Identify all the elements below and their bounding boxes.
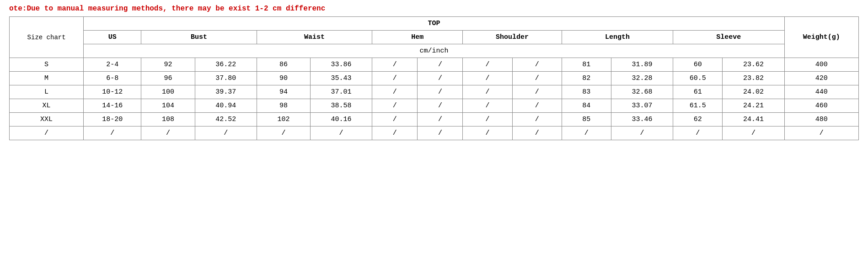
table-cell: / [10, 126, 84, 140]
table-cell: / [463, 126, 512, 140]
table-cell: 40.94 [195, 99, 257, 113]
bust-header: Bust [141, 31, 257, 44]
table-cell: / [611, 126, 673, 140]
table-cell: / [141, 126, 195, 140]
table-cell: / [372, 126, 418, 140]
table-cell: 62 [673, 113, 723, 126]
table-cell: / [84, 126, 141, 140]
table-cell: 440 [784, 85, 858, 99]
table-cell: / [195, 126, 257, 140]
table-cell: 24.41 [723, 113, 784, 126]
table-cell: 2-4 [84, 58, 141, 72]
table-cell: 18-20 [84, 113, 141, 126]
table-cell: / [512, 85, 562, 99]
table-cell: 81 [562, 58, 611, 72]
table-cell: / [372, 72, 418, 85]
table-cell: 94 [257, 85, 310, 99]
table-cell: 40.16 [310, 113, 372, 126]
table-cell: L [10, 85, 84, 99]
table-cell: 85 [562, 113, 611, 126]
table-cell: / [512, 126, 562, 140]
weight-header: Weight(g) [784, 17, 858, 58]
table-cell: / [372, 99, 418, 113]
table-cell: 14-16 [84, 99, 141, 113]
table-cell: 84 [562, 99, 611, 113]
table-cell: 24.02 [723, 85, 784, 99]
hem-header: Hem [372, 31, 463, 44]
table-cell: / [418, 85, 463, 99]
size-chart-header: Size chart [10, 17, 84, 58]
table-cell: S [10, 58, 84, 72]
table-cell: / [673, 126, 723, 140]
table-cell: 61 [673, 85, 723, 99]
table-cell: / [512, 72, 562, 85]
table-cell: 90 [257, 72, 310, 85]
table-cell: 98 [257, 99, 310, 113]
table-cell: 37.80 [195, 72, 257, 85]
table-cell: 42.52 [195, 113, 257, 126]
table-cell: 96 [141, 72, 195, 85]
table-cell: / [463, 99, 512, 113]
table-cell: 60.5 [673, 72, 723, 85]
table-cell: / [512, 99, 562, 113]
table-cell: / [463, 85, 512, 99]
table-cell: 24.21 [723, 99, 784, 113]
shoulder-header: Shoulder [463, 31, 562, 44]
table-cell: / [418, 126, 463, 140]
table-cell: 480 [784, 113, 858, 126]
table-cell: 102 [257, 113, 310, 126]
table-cell: XXL [10, 113, 84, 126]
table-cell: / [418, 113, 463, 126]
table-cell: 100 [141, 85, 195, 99]
sleeve-header: Sleeve [673, 31, 784, 44]
table-cell: 400 [784, 58, 858, 72]
table-cell: 36.22 [195, 58, 257, 72]
table-cell: XL [10, 99, 84, 113]
table-row: S2-49236.228633.86////8131.896023.62400 [10, 58, 859, 72]
table-cell: 83 [562, 85, 611, 99]
table-cell: 37.01 [310, 85, 372, 99]
table-cell: 108 [141, 113, 195, 126]
table-row: XXL18-2010842.5210240.16////8533.466224.… [10, 113, 859, 126]
table-row: XL14-1610440.949838.58////8433.0761.524.… [10, 99, 859, 113]
table-cell: 104 [141, 99, 195, 113]
table-cell: / [418, 72, 463, 85]
table-cell: 10-12 [84, 85, 141, 99]
table-cell: / [418, 99, 463, 113]
table-cell: 420 [784, 72, 858, 85]
table-cell: / [512, 113, 562, 126]
table-cell: / [562, 126, 611, 140]
size-chart-table: Size chart TOP Weight(g) US Bust Waist H… [9, 16, 859, 140]
length-header: Length [562, 31, 673, 44]
table-row: L10-1210039.379437.01////8332.686124.024… [10, 85, 859, 99]
table-cell: 61.5 [673, 99, 723, 113]
us-header: US [84, 31, 141, 44]
table-cell: / [418, 58, 463, 72]
table-cell: / [372, 113, 418, 126]
table-cell: 39.37 [195, 85, 257, 99]
unit-label: cm/inch [84, 44, 784, 58]
table-cell: 35.43 [310, 72, 372, 85]
waist-header: Waist [257, 31, 372, 44]
table-cell: / [372, 58, 418, 72]
table-cell: 33.07 [611, 99, 673, 113]
table-cell: 33.46 [611, 113, 673, 126]
table-cell: 23.62 [723, 58, 784, 72]
table-cell: M [10, 72, 84, 85]
table-cell: / [463, 113, 512, 126]
table-cell: 23.82 [723, 72, 784, 85]
table-cell: 92 [141, 58, 195, 72]
table-cell: 460 [784, 99, 858, 113]
table-cell: 60 [673, 58, 723, 72]
table-cell: / [784, 126, 858, 140]
table-cell: 33.86 [310, 58, 372, 72]
top-header: TOP [84, 17, 784, 31]
table-cell: / [723, 126, 784, 140]
table-cell: 86 [257, 58, 310, 72]
table-cell: / [372, 85, 418, 99]
table-row: /////////////// [10, 126, 859, 140]
table-cell: 31.89 [611, 58, 673, 72]
table-cell: / [310, 126, 372, 140]
note-text: ote:Due to manual measuring methods, the… [9, 5, 859, 13]
table-cell: / [463, 72, 512, 85]
